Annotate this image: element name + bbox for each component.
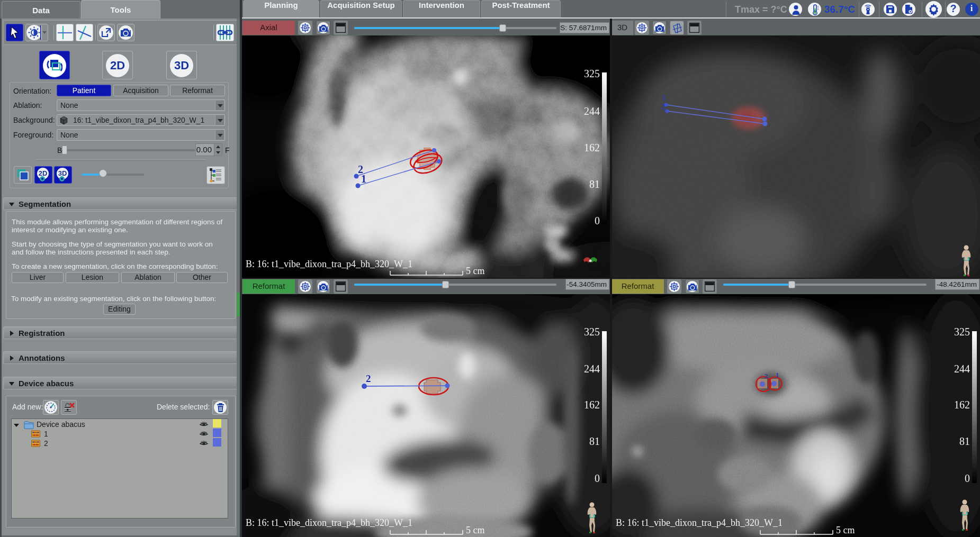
svg-text:1: 1 bbox=[361, 173, 366, 185]
svg-text:81: 81 bbox=[589, 178, 600, 190]
svg-text:0: 0 bbox=[595, 215, 600, 226]
svg-text:81: 81 bbox=[589, 435, 600, 447]
svg-text:0: 0 bbox=[965, 472, 970, 484]
svg-text:325: 325 bbox=[584, 68, 600, 79]
svg-text:2: 2 bbox=[765, 372, 768, 380]
svg-text:244: 244 bbox=[584, 363, 600, 375]
svg-text:325: 325 bbox=[584, 326, 600, 338]
svg-text:162: 162 bbox=[584, 399, 600, 411]
svg-text:162: 162 bbox=[584, 142, 600, 153]
svg-text:2: 2 bbox=[366, 373, 371, 384]
svg-text:1: 1 bbox=[776, 371, 779, 379]
svg-text:B: 16: t1_vibe_dixon_tra_p4_bh: B: 16: t1_vibe_dixon_tra_p4_bh_320_W_1 bbox=[246, 517, 412, 528]
svg-text:325: 325 bbox=[954, 326, 970, 338]
svg-text:162: 162 bbox=[954, 399, 970, 411]
svg-text:B: 16: t1_vibe_dixon_tra_p4_bh: B: 16: t1_vibe_dixon_tra_p4_bh_320_W_1 bbox=[616, 517, 783, 528]
svg-text:0: 0 bbox=[595, 472, 600, 484]
svg-text:1: 1 bbox=[662, 93, 666, 102]
svg-text:5 cm: 5 cm bbox=[466, 266, 485, 276]
svg-text:2: 2 bbox=[661, 103, 666, 111]
svg-text:244: 244 bbox=[954, 363, 970, 375]
svg-text:244: 244 bbox=[584, 105, 600, 117]
svg-text:5 cm: 5 cm bbox=[836, 525, 855, 535]
svg-text:5 cm: 5 cm bbox=[466, 525, 485, 535]
svg-text:81: 81 bbox=[959, 435, 970, 447]
svg-text:B: 16: t1_vibe_dixon_tra_p4_bh: B: 16: t1_vibe_dixon_tra_p4_bh_320_W_1 bbox=[246, 259, 412, 269]
